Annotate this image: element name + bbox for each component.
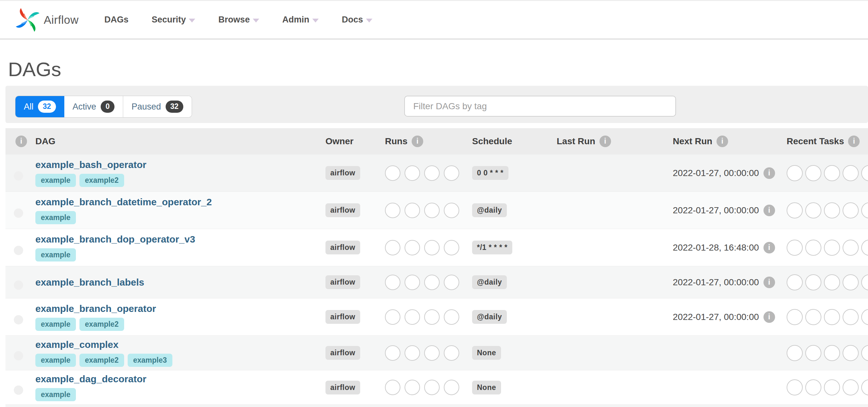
task-status-circle[interactable] (824, 274, 840, 291)
task-status-circle[interactable] (843, 202, 859, 218)
task-status-circle[interactable] (861, 165, 868, 181)
task-status-circle[interactable] (405, 309, 420, 325)
task-status-circle[interactable] (861, 240, 868, 256)
task-status-circle[interactable] (424, 275, 440, 290)
task-status-circle[interactable] (385, 345, 400, 361)
schedule-badge[interactable]: None (472, 346, 501, 360)
column-header-dag[interactable]: DAG (35, 136, 326, 146)
task-status-circle[interactable] (861, 379, 868, 396)
task-status-circle[interactable] (824, 309, 840, 325)
task-status-circle[interactable] (385, 240, 400, 256)
task-status-circle[interactable] (861, 345, 868, 361)
task-status-circle[interactable] (385, 275, 400, 290)
task-status-circle[interactable] (824, 165, 840, 181)
schedule-badge[interactable]: @daily (472, 275, 507, 289)
dag-name-link[interactable]: example_branch_dop_operator_v3 (35, 234, 195, 245)
task-status-circle[interactable] (787, 165, 803, 181)
schedule-badge[interactable]: @daily (472, 203, 507, 217)
tag-badge[interactable]: example2 (80, 318, 124, 331)
task-status-circle[interactable] (424, 165, 440, 181)
task-status-circle[interactable] (805, 274, 822, 291)
tab-active[interactable]: Active 0 (64, 96, 123, 117)
column-header-last-run[interactable]: Last Run i (557, 136, 673, 147)
task-status-circle[interactable] (861, 202, 868, 218)
task-status-circle[interactable] (444, 240, 459, 256)
task-status-circle[interactable] (444, 275, 459, 290)
task-status-circle[interactable] (385, 165, 400, 181)
task-status-circle[interactable] (444, 309, 459, 325)
task-status-circle[interactable] (444, 203, 459, 218)
info-icon[interactable]: i (764, 167, 775, 179)
task-status-circle[interactable] (805, 165, 822, 181)
task-status-circle[interactable] (843, 379, 859, 396)
task-status-circle[interactable] (405, 345, 420, 361)
nav-item-security[interactable]: Security (152, 15, 195, 25)
column-header-owner[interactable]: Owner (326, 136, 385, 146)
task-status-circle[interactable] (824, 345, 840, 361)
tag-badge[interactable]: example2 (80, 174, 124, 187)
task-status-circle[interactable] (787, 309, 803, 325)
task-status-circle[interactable] (424, 345, 440, 361)
task-status-circle[interactable] (861, 274, 868, 291)
task-status-circle[interactable] (805, 240, 822, 256)
tag-badge[interactable]: example (35, 211, 76, 224)
task-status-circle[interactable] (444, 165, 459, 181)
task-status-circle[interactable] (787, 379, 803, 396)
dag-name-link[interactable]: example_branch_labels (35, 277, 145, 288)
nav-item-docs[interactable]: Docs (342, 15, 372, 25)
task-status-circle[interactable] (824, 379, 840, 396)
task-status-circle[interactable] (385, 203, 400, 218)
tab-paused[interactable]: Paused 32 (123, 96, 192, 117)
task-status-circle[interactable] (405, 380, 420, 395)
schedule-badge[interactable]: @daily (472, 310, 507, 324)
tag-badge[interactable]: example (35, 174, 76, 187)
filter-dags-by-tag-input[interactable] (404, 96, 676, 116)
task-status-circle[interactable] (444, 345, 459, 361)
tag-badge[interactable]: example2 (80, 354, 124, 367)
task-status-circle[interactable] (843, 165, 859, 181)
task-status-circle[interactable] (805, 345, 822, 361)
info-icon[interactable]: i (764, 277, 775, 288)
task-status-circle[interactable] (385, 309, 400, 325)
task-status-circle[interactable] (843, 345, 859, 361)
nav-item-admin[interactable]: Admin (282, 15, 319, 25)
task-status-circle[interactable] (405, 240, 420, 256)
dag-name-link[interactable]: example_bash_operator (35, 159, 146, 170)
task-status-circle[interactable] (424, 309, 440, 325)
task-status-circle[interactable] (385, 380, 400, 395)
task-status-circle[interactable] (787, 345, 803, 361)
tag-badge[interactable]: example (35, 388, 76, 401)
task-status-circle[interactable] (405, 203, 420, 218)
task-status-circle[interactable] (843, 274, 859, 291)
task-status-circle[interactable] (805, 202, 822, 218)
task-status-circle[interactable] (424, 380, 440, 395)
tab-all[interactable]: All 32 (16, 96, 64, 117)
dag-name-link[interactable]: example_dag_decorator (35, 374, 146, 384)
task-status-circle[interactable] (843, 309, 859, 325)
tag-badge[interactable]: example (35, 354, 76, 367)
nav-item-dags[interactable]: DAGs (104, 15, 129, 25)
tag-badge[interactable]: example (35, 248, 76, 262)
dag-name-link[interactable]: example_branch_operator (35, 303, 156, 314)
nav-item-browse[interactable]: Browse (218, 15, 259, 25)
task-status-circle[interactable] (843, 240, 859, 256)
info-icon[interactable]: i (764, 242, 775, 253)
tag-badge[interactable]: example (35, 318, 76, 331)
column-header-schedule[interactable]: Schedule (472, 136, 557, 146)
task-status-circle[interactable] (805, 379, 822, 396)
task-status-circle[interactable] (424, 203, 440, 218)
info-icon[interactable]: i (764, 311, 775, 323)
tag-badge[interactable]: example3 (128, 354, 173, 367)
dag-name-link[interactable]: example_branch_datetime_operator_2 (35, 197, 212, 207)
task-status-circle[interactable] (824, 240, 840, 256)
task-status-circle[interactable] (805, 309, 822, 325)
task-status-circle[interactable] (424, 240, 440, 256)
schedule-badge[interactable]: 0 0 * * * (472, 166, 508, 180)
task-status-circle[interactable] (405, 275, 420, 290)
column-header-next-run[interactable]: Next Run i (673, 136, 787, 147)
task-status-circle[interactable] (787, 202, 803, 218)
task-status-circle[interactable] (405, 165, 420, 181)
schedule-badge[interactable]: None (472, 381, 501, 395)
task-status-circle[interactable] (787, 274, 803, 291)
task-status-circle[interactable] (787, 240, 803, 256)
